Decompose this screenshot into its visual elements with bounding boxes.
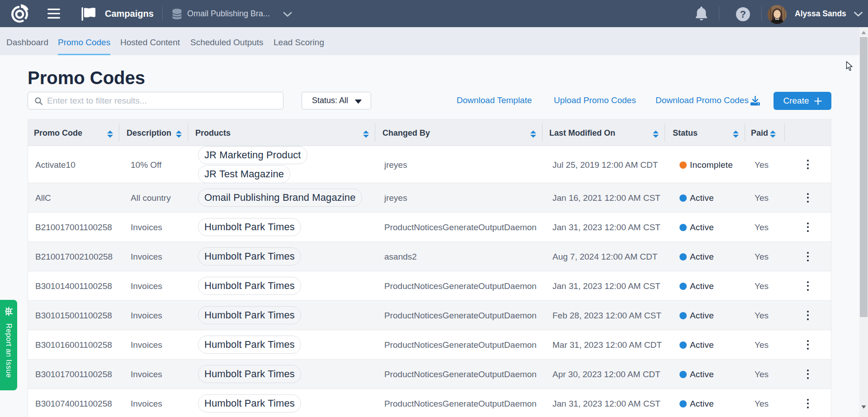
svg-text:?: ? <box>740 9 746 20</box>
